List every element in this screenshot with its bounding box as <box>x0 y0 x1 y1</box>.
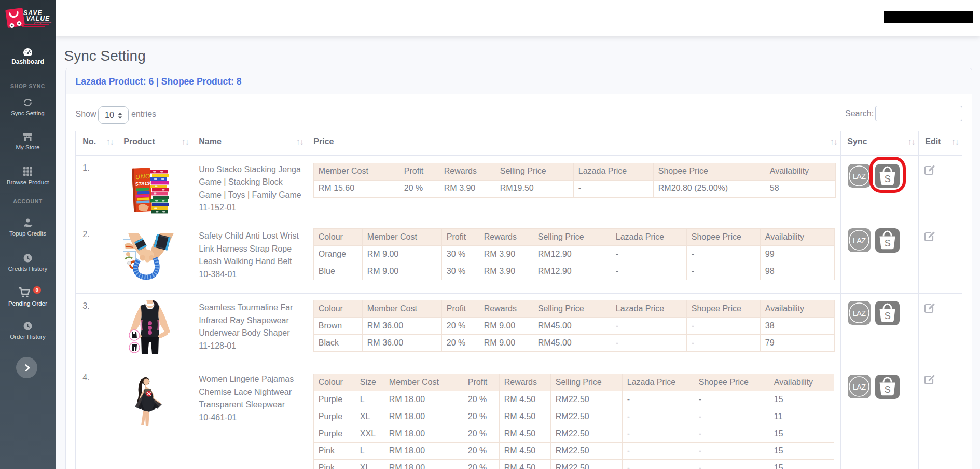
svg-text:S: S <box>885 238 891 249</box>
svg-text:UNO: UNO <box>135 172 151 181</box>
svg-text:S: S <box>885 311 891 321</box>
svg-text:S: S <box>885 384 891 395</box>
svg-text:LAZ: LAZ <box>853 309 866 318</box>
svg-text:Quality Platform: Quality Platform <box>34 21 51 24</box>
svg-text:LAZ: LAZ <box>853 171 866 180</box>
svg-text:LAZ: LAZ <box>853 236 866 245</box>
svg-text:LAZ: LAZ <box>853 382 866 391</box>
